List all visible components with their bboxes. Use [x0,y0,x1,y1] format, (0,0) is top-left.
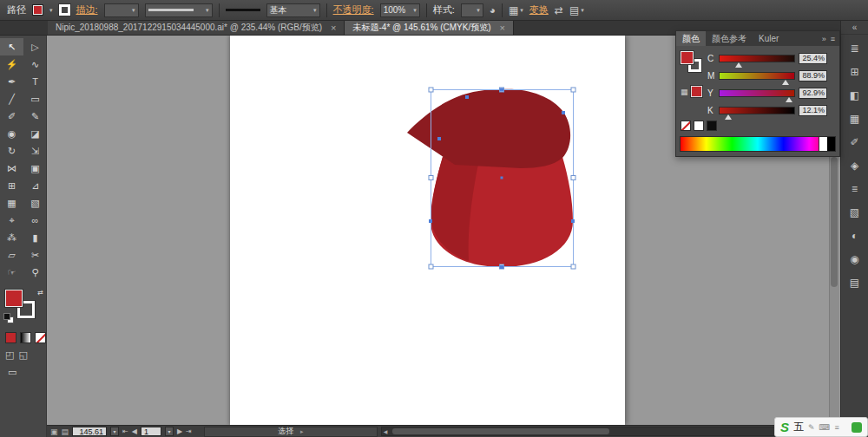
first-artboard-button[interactable]: ⇤ [122,427,128,435]
color-panel-tab[interactable]: 颜色参考 [706,31,753,46]
stroke-color-swatch[interactable] [59,4,70,16]
artboard-field[interactable]: 1 [141,427,161,436]
y-slider[interactable] [719,89,795,97]
status-flyout-arrow-icon[interactable]: ▸ [300,428,304,435]
m-slider[interactable] [719,72,795,80]
zoom-dropdown-button[interactable]: ▾ [110,427,119,436]
brush-definition-dropdown[interactable]: 基本▾ [266,3,320,17]
transform-link[interactable]: 变换 [529,3,549,16]
fill-dropdown-arrow-icon[interactable]: ▾ [49,7,53,14]
shape-head[interactable] [407,89,570,168]
zoom-field[interactable]: 145.61 [72,427,107,436]
none-swatch[interactable] [681,121,691,131]
preview-icon[interactable]: ▣ [50,427,58,436]
column-graph-tool[interactable]: ▮ [23,229,47,246]
width-profile-dropdown[interactable]: ▾ [145,3,213,17]
c-slider[interactable] [719,55,795,62]
appearance-panel-icon[interactable]: ◉ [846,251,864,266]
rectangle-tool[interactable]: ▭ [23,90,47,108]
draw-behind-icon[interactable]: ◱ [18,349,27,361]
blend-tool[interactable]: ∞ [23,212,47,229]
draw-normal-icon[interactable]: ◰ [5,349,14,361]
gradient-tool[interactable]: ▧ [23,194,47,212]
last-artboard-button[interactable]: ⇥ [186,427,192,435]
tab-close-button[interactable]: × [331,23,336,33]
layers-panel-icon[interactable]: ▤ [846,275,864,290]
fill-color-button[interactable] [5,332,16,343]
panel-fill-stroke-proxy[interactable] [681,51,707,77]
magic-wand-tool[interactable]: ⚡ [0,55,23,73]
width-tool[interactable]: ⋈ [0,160,23,177]
pencil-tool[interactable]: ✎ [23,108,47,125]
rotate-tool[interactable]: ↻ [0,142,23,160]
stroke-panel-icon[interactable]: ≡ [846,181,864,196]
status-flyout-icon[interactable]: ▤ [62,427,69,436]
ime-toolbar[interactable]: S 五 ✎ ⌨ ≡ [774,417,868,437]
stroke-weight-dropdown[interactable]: ▾ [104,3,139,17]
artboard-tool[interactable]: ▱ [0,246,23,264]
align-icon[interactable]: ▦▾ [509,4,523,16]
color-spectrum[interactable] [680,136,836,152]
next-artboard-button[interactable]: ▶ [177,427,182,435]
selection-tool[interactable]: ↖ [0,38,23,55]
free-transform-tool[interactable]: ▣ [23,160,47,177]
zoom-tool[interactable]: ⚲ [23,264,47,281]
brushes-panel-icon[interactable]: ✐ [846,134,864,149]
line-segment-tool[interactable]: ╱ [0,90,23,108]
horizontal-scrollbar-thumb[interactable] [392,428,609,434]
none-button[interactable] [35,332,46,343]
ime-pen-icon[interactable]: ✎ [808,423,815,432]
default-colors-icon[interactable] [3,313,14,323]
panel-fill-proxy[interactable] [681,51,694,64]
ime-mode-indicator[interactable]: 五 [793,420,804,434]
sogou-logo[interactable]: S [780,420,789,434]
eyedropper-tool[interactable]: ⌖ [0,212,23,229]
type-tool[interactable]: T [23,73,47,90]
web-safe-cube-icon[interactable]: ▦ [681,88,688,96]
expand-panels-icon[interactable]: « [841,21,868,35]
fill-color-swatch[interactable] [32,4,43,16]
slider-handle[interactable] [786,97,792,102]
pathfinder-panel-icon[interactable]: ◧ [846,88,864,102]
spectrum-black-swatch[interactable] [827,137,835,151]
fill-proxy-swatch[interactable] [4,289,23,308]
color-panel-tab[interactable]: Kuler [753,31,785,46]
screen-mode-button[interactable]: ▭ [8,367,16,378]
in-gamut-swatch[interactable] [691,86,702,97]
transform-panel-icon[interactable]: ⊞ [846,64,864,79]
scroll-left-icon[interactable]: ◀ [382,428,390,434]
panel-menu-icon[interactable]: ▤▾ [569,4,584,16]
symbol-sprayer-tool[interactable]: ⁂ [0,229,23,246]
horizontal-scrollbar[interactable]: ◀ [381,427,837,436]
vertical-scrollbar-thumb[interactable] [831,157,838,287]
paintbrush-tool[interactable]: ✐ [0,108,23,125]
collapse-panel-icon[interactable]: » [822,35,826,43]
scale-tool[interactable]: ⇲ [23,142,47,160]
slider-handle[interactable] [782,80,789,85]
ime-menu-icon[interactable]: ≡ [835,423,839,432]
lasso-tool[interactable]: ∿ [23,55,47,73]
opacity-link[interactable]: 不透明度: [333,3,374,16]
hand-tool[interactable]: ☞ [0,264,23,281]
sogou-badge-icon[interactable] [852,422,862,433]
mesh-tool[interactable]: ▦ [0,194,23,212]
eraser-tool[interactable]: ◪ [23,125,47,142]
info-panel-icon[interactable]: ≣ [846,41,864,55]
symbols-panel-icon[interactable]: ◈ [846,158,864,173]
transparency-panel-icon[interactable]: ◐ [846,228,864,243]
black-swatch[interactable] [707,121,717,131]
perspective-grid-tool[interactable]: ⊿ [23,177,47,194]
spectrum-white-swatch[interactable] [819,137,827,151]
blob-brush-tool[interactable]: ◉ [0,125,23,142]
fill-stroke-proxy[interactable]: ⇄ [3,289,43,325]
document-tab[interactable]: 未标题-4* @ 145.61% (CMYK/预览)× [345,21,514,35]
shape-builder-tool[interactable]: ⊞ [0,177,23,194]
style-dropdown[interactable]: ▾ [461,3,483,17]
gradient-button[interactable] [20,332,31,343]
white-swatch[interactable] [694,121,704,131]
direct-selection-tool[interactable]: ▷ [23,38,47,55]
slice-tool[interactable]: ✂ [23,246,47,264]
opacity-dropdown[interactable]: 100%▾ [380,3,420,17]
color-panel-tab[interactable]: 颜色 [676,31,706,46]
shuffle-icon[interactable]: ⇄ [555,4,563,16]
